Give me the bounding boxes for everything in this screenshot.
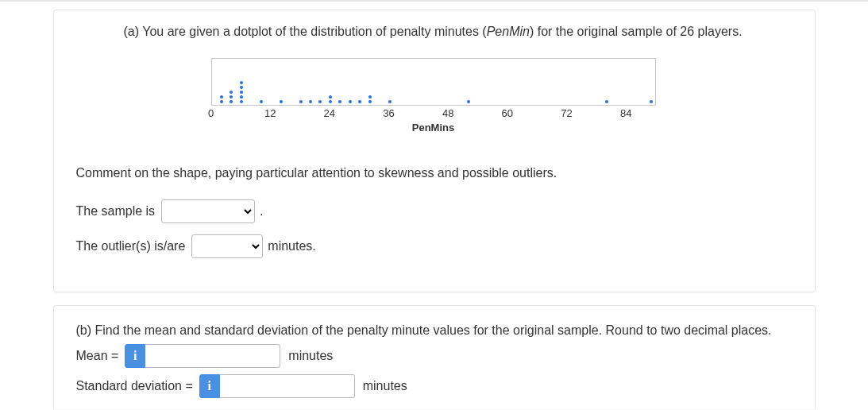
prompt-text-pre: (a) You are given a dotplot of the distr… <box>124 25 487 38</box>
mean-input[interactable] <box>145 344 280 368</box>
dotplot-dot <box>368 100 372 103</box>
dotplot-plot-area <box>211 58 656 106</box>
dotplot-dot <box>280 100 283 103</box>
sample-pre-text: The sample is <box>76 204 156 219</box>
dotplot-dot <box>230 95 233 99</box>
dotplot-dot <box>338 100 341 103</box>
dotplot-dot <box>605 100 608 103</box>
outlier-row: The outlier(s) is/are minutes. <box>76 234 793 258</box>
x-axis-label: PenMins <box>412 122 454 133</box>
sd-input[interactable] <box>220 374 355 398</box>
question-part-b: (b) Find the mean and standard deviation… <box>53 305 816 409</box>
mean-unit: minutes <box>288 349 333 363</box>
dotplot-dot <box>240 86 243 89</box>
dotplot-dot <box>230 91 233 94</box>
info-icon[interactable]: i <box>199 374 220 398</box>
mean-row: Mean = i minutes <box>76 344 793 368</box>
prompt-text-em: PenMin <box>487 25 530 38</box>
dotplot-dot <box>240 91 243 94</box>
sd-unit: minutes <box>363 379 407 393</box>
dotplot-dot <box>230 100 233 103</box>
dotplot-dot <box>309 100 312 103</box>
x-tick-label: 24 <box>324 107 335 119</box>
dotplot-dot <box>467 100 470 103</box>
x-tick-label: 60 <box>502 107 513 119</box>
sample-post-text: . <box>260 204 263 219</box>
dotplot-dot <box>220 100 223 103</box>
dotplot-dot <box>318 100 322 103</box>
dotplot-dot <box>650 100 653 103</box>
dotplot-figure: PenMins 012243648607284 <box>211 58 793 134</box>
sample-shape-select[interactable] <box>161 199 255 223</box>
part-b-prompt: (b) Find the mean and standard deviation… <box>76 323 793 338</box>
dotplot-x-axis: PenMins 012243648607284 <box>211 106 656 134</box>
dotplot-dot <box>349 100 352 103</box>
x-tick-label: 36 <box>383 107 394 119</box>
dotplot-dot <box>299 100 303 103</box>
x-tick-label: 72 <box>561 107 572 119</box>
dotplot-dot <box>388 100 392 103</box>
sd-row: Standard deviation = i minutes <box>76 374 793 398</box>
info-icon[interactable]: i <box>125 344 145 368</box>
mean-label: Mean = <box>76 349 119 363</box>
dotplot-dot <box>260 100 263 103</box>
dotplot-dot <box>358 100 361 103</box>
part-a-prompt: (a) You are given a dotplot of the distr… <box>124 25 793 39</box>
x-tick-label: 12 <box>264 107 276 119</box>
dotplot-dot <box>240 81 243 84</box>
dotplot-dot <box>368 95 372 99</box>
dotplot-dot <box>240 100 243 103</box>
x-tick-label: 0 <box>208 107 214 119</box>
dotplot-dot <box>240 95 243 99</box>
outlier-pre-text: The outlier(s) is/are <box>76 239 186 253</box>
dotplot-dot <box>220 95 223 99</box>
outlier-select[interactable] <box>191 234 263 258</box>
sd-label: Standard deviation = <box>76 379 193 393</box>
sample-shape-row: The sample is . <box>76 199 793 223</box>
outlier-post-text: minutes. <box>268 239 315 253</box>
dotplot-dot <box>329 100 332 103</box>
x-tick-label: 48 <box>442 107 453 119</box>
question-part-a: (a) You are given a dotplot of the distr… <box>53 10 816 292</box>
x-tick-label: 84 <box>620 107 631 119</box>
prompt-text-post: ) for the original sample of 26 players. <box>530 25 743 38</box>
comment-instruction: Comment on the shape, paying particular … <box>76 166 793 180</box>
dotplot-dot <box>329 95 332 99</box>
